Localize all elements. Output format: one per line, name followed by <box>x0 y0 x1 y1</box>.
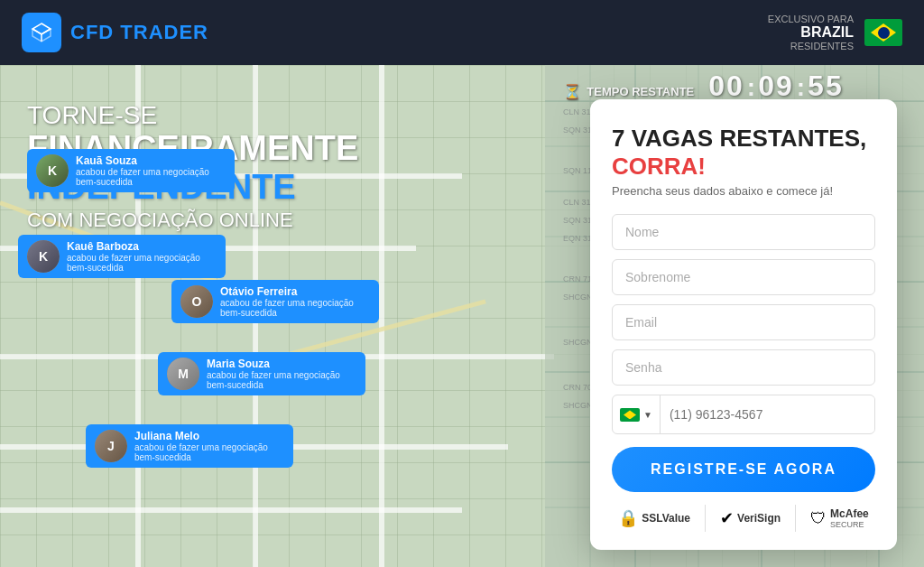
header-right: EXCLUSIVO PARA BRAZIL RESIDENTES <box>768 14 902 51</box>
tagline-bottom: COM NEGOCIAÇÃO ONLINE <box>27 209 442 232</box>
notif-avatar-5: J <box>95 430 127 462</box>
nome-input[interactable] <box>612 214 875 250</box>
notification-card-5: J Juliana Melo acabou de fazer uma negoc… <box>86 424 293 468</box>
notif-avatar-3: O <box>180 285 213 318</box>
notif-content-1: Kauã Souza acabou de fazer uma negociaçã… <box>76 154 226 187</box>
notif-name-2: Kauê Barboza <box>67 240 217 253</box>
mcafee-badge: 🛡 McAfee SECURE <box>810 507 869 529</box>
notification-card-4: M Maria Souza acabou de fazer uma negoci… <box>158 352 365 395</box>
phone-flag-selector[interactable]: ▼ <box>613 395 661 433</box>
senha-input[interactable] <box>612 349 875 386</box>
notif-avatar-2: K <box>27 240 60 273</box>
phone-flag-diamond <box>624 410 636 419</box>
timer-hours: 00 <box>708 70 744 103</box>
header-country-text: EXCLUSIVO PARA BRAZIL RESIDENTES <box>768 14 854 51</box>
notif-text-2: acabou de fazer uma negociação bem-suced… <box>67 253 217 273</box>
brazil-label: BRAZIL <box>800 24 854 41</box>
phone-input[interactable] <box>661 397 874 432</box>
notif-name-4: Maria Souza <box>207 358 356 370</box>
notif-avatar-1: K <box>36 154 69 187</box>
mcafee-icon: 🛡 <box>810 509 827 528</box>
form-title-text: 7 VAGAS RESTANTES, <box>612 125 866 152</box>
exclusivo-label: EXCLUSIVO PARA <box>768 14 854 24</box>
residentes-label: RESIDENTES <box>790 41 854 51</box>
timer-label: ⏳ TEMPO RESTANTE <box>563 83 694 100</box>
timer-digits: 00 : 09 : 55 <box>708 70 843 103</box>
logo-area: CFD TRADER <box>22 13 208 52</box>
mcafee-text: McAfee <box>830 507 869 520</box>
notif-text-5: acabou de fazer uma negociação bem-suced… <box>134 442 284 462</box>
register-button[interactable]: REGISTRE-SE AGORA <box>612 447 875 492</box>
logo-icon <box>22 13 61 52</box>
trust-divider-2 <box>795 505 796 532</box>
form-title: 7 VAGAS RESTANTES, CORRA! <box>612 125 875 181</box>
tagline-top: TORNE-SE <box>27 101 442 130</box>
form-panel: 7 VAGAS RESTANTES, CORRA! Preencha seus … <box>590 99 897 550</box>
notif-content-4: Maria Souza acabou de fazer uma negociaç… <box>207 358 356 390</box>
mcafee-text-block: McAfee SECURE <box>830 507 869 529</box>
notif-text-3: acabou de fazer uma negociação bem-suced… <box>220 298 370 318</box>
timer-sep2: : <box>797 73 805 102</box>
notif-content-5: Juliana Melo acabou de fazer uma negocia… <box>134 430 284 462</box>
form-corra-text: CORRA! <box>612 153 706 180</box>
timer-text: TEMPO RESTANTE <box>587 85 694 98</box>
brazil-flag <box>864 19 902 46</box>
flag-circle <box>878 27 890 39</box>
verisign-icon: ✔ <box>720 508 734 528</box>
flag-diamond <box>871 23 896 42</box>
notif-name-1: Kauã Souza <box>76 154 226 167</box>
timer-sep1: : <box>747 73 755 102</box>
timer-mins: 09 <box>758 70 794 103</box>
verisign-text: VeriSign <box>737 512 781 525</box>
header: CFD TRADER EXCLUSIVO PARA BRAZIL RESIDEN… <box>0 0 924 65</box>
notif-content-3: Otávio Ferreira acabou de fazer uma nego… <box>220 285 370 318</box>
logo-cfd: CFD <box>70 21 120 43</box>
notif-text-1: acabou de fazer uma negociação bem-suced… <box>76 167 226 187</box>
logo-text: CFD TRADER <box>70 21 208 44</box>
phone-flag-arrow: ▼ <box>643 410 652 420</box>
phone-row: ▼ <box>612 395 875 434</box>
notif-text-4: acabou de fazer uma negociação bem-suced… <box>207 370 356 390</box>
ssl-text: SSLValue <box>642 512 690 525</box>
email-input[interactable] <box>612 304 875 340</box>
ssl-icon: 🔒 <box>618 508 638 528</box>
verisign-badge: ✔ VeriSign <box>720 508 781 528</box>
form-subtitle: Preencha seus dados abaixo e comece já! <box>612 184 875 198</box>
notification-card-2: K Kauê Barboza acabou de fazer uma negoc… <box>18 235 226 278</box>
hourglass-icon: ⏳ <box>563 83 581 100</box>
notif-name-3: Otávio Ferreira <box>220 285 370 298</box>
notif-name-5: Juliana Melo <box>134 430 284 442</box>
logo-trader: TRADER <box>120 21 208 43</box>
trust-bar: 🔒 SSLValue ✔ VeriSign 🛡 McAfee SECURE <box>612 505 875 532</box>
trust-divider-1 <box>705 505 706 532</box>
notification-card-1: K Kauã Souza acabou de fazer uma negocia… <box>27 149 235 192</box>
notif-avatar-4: M <box>167 358 199 390</box>
notification-card-3: O Otávio Ferreira acabou de fazer uma ne… <box>171 280 379 323</box>
phone-flag-icon <box>620 408 640 422</box>
timer-secs: 55 <box>808 70 844 103</box>
ssl-badge: 🔒 SSLValue <box>618 508 690 528</box>
notif-content-2: Kauê Barboza acabou de fazer uma negocia… <box>67 240 217 273</box>
mcafee-sub: SECURE <box>830 520 869 529</box>
sobrenome-input[interactable] <box>612 259 875 295</box>
